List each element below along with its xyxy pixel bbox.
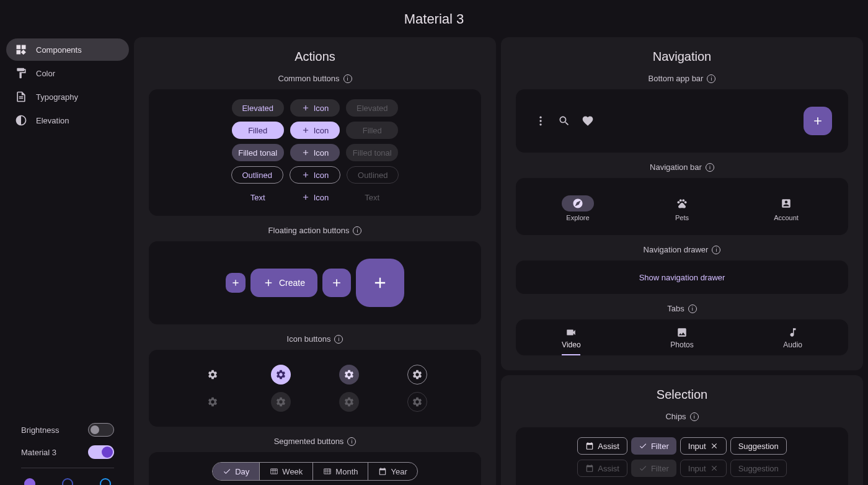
plus-icon (301, 126, 310, 135)
bottom-bar-fab[interactable] (804, 107, 832, 135)
icon-button-standard[interactable] (203, 365, 223, 385)
sidebar: Components Color Typography Elevation Br… (5, 37, 129, 485)
sidebar-item-label: Color (36, 69, 55, 78)
plus-icon (812, 115, 824, 127)
material3-label: Material 3 (21, 448, 56, 457)
sidebar-item-label: Elevation (36, 116, 69, 125)
icon-button-filled[interactable] (271, 365, 291, 385)
info-icon[interactable]: i (690, 412, 699, 421)
brightness-switch[interactable] (88, 423, 114, 437)
fab-small[interactable] (226, 273, 246, 293)
gear-icon (207, 369, 218, 380)
invert-colors-icon (15, 114, 27, 127)
color-swatch-indigo[interactable] (62, 478, 73, 485)
material3-switch[interactable] (88, 445, 114, 459)
info-icon[interactable]: i (334, 335, 343, 344)
plus-icon (263, 277, 274, 288)
filled-disabled-button: Filled (346, 122, 398, 139)
nav-dest-label: Account (774, 214, 799, 221)
chip-input[interactable]: Input (680, 437, 727, 455)
tonal-button[interactable]: Filled tonal (232, 144, 284, 161)
elevated-icon-button[interactable]: Icon (290, 99, 340, 117)
bottom-bar-label: Bottom app bar i (516, 74, 848, 83)
info-icon[interactable]: i (707, 74, 715, 83)
chip-suggestion[interactable]: Suggestion (730, 437, 787, 455)
text-snippet-icon (15, 91, 27, 103)
color-picker (21, 478, 114, 485)
plus-icon (301, 171, 310, 179)
plus-icon (301, 148, 310, 157)
sidebar-item-components[interactable]: Components (6, 38, 129, 61)
icon-button-outlined[interactable] (407, 365, 427, 385)
tab-audio[interactable]: Audio (737, 319, 848, 355)
icon-button-filled-disabled (271, 392, 291, 412)
nav-dest-account[interactable]: Account (770, 195, 802, 221)
segmented-label: Segmented buttons i (149, 437, 481, 446)
info-icon[interactable]: i (688, 305, 697, 313)
chips-label: Chips i (516, 412, 848, 421)
tab-label: Photos (670, 340, 693, 349)
calendar-week-icon (270, 467, 278, 476)
event-icon (585, 464, 594, 473)
search-icon[interactable] (556, 112, 573, 130)
seg-day[interactable]: Day (213, 463, 260, 480)
elevated-button[interactable]: Elevated (232, 99, 284, 117)
info-icon[interactable]: i (343, 74, 352, 83)
nav-dest-label: Pets (675, 214, 689, 221)
nav-bar-label: Navigation bar i (516, 162, 848, 172)
elevated-disabled-button: Elevated (346, 99, 398, 117)
info-icon[interactable]: i (712, 246, 720, 254)
text-button[interactable]: Text (232, 189, 284, 206)
seg-month[interactable]: Month (313, 463, 368, 480)
chip-assist[interactable]: Assist (577, 437, 627, 455)
info-icon[interactable]: i (706, 163, 714, 172)
plus-icon (231, 278, 241, 288)
more-vert-icon[interactable] (532, 112, 549, 130)
icon-button-tonal[interactable] (339, 365, 359, 385)
outlined-icon-button[interactable]: Icon (290, 166, 341, 184)
tab-video[interactable]: Video (516, 319, 627, 355)
info-icon[interactable]: i (353, 226, 361, 235)
favorite-icon[interactable] (579, 112, 596, 130)
sidebar-item-color[interactable]: Color (6, 62, 129, 84)
close-icon[interactable] (710, 442, 719, 450)
seg-year[interactable]: Year (368, 463, 417, 480)
plus-icon (371, 274, 389, 291)
event-icon (585, 442, 594, 450)
seg-week[interactable]: Week (260, 463, 313, 480)
check-icon (639, 464, 647, 473)
svg-point-5 (682, 199, 684, 202)
chip-assist-disabled: Assist (577, 460, 627, 477)
sidebar-item-label: Components (36, 45, 82, 55)
tab-photos[interactable]: Photos (627, 319, 738, 355)
info-icon[interactable]: i (347, 437, 356, 446)
outlined-button[interactable]: Outlined (231, 166, 283, 184)
calendar-icon (378, 467, 387, 476)
text-icon-button[interactable]: Icon (290, 189, 340, 206)
tonal-disabled-button: Filled tonal (346, 144, 398, 161)
svg-point-0 (539, 117, 541, 118)
tab-indicator (562, 354, 580, 355)
color-swatch-blue[interactable] (100, 478, 111, 485)
fab-extended[interactable]: Create (250, 269, 317, 297)
nav-dest-pets[interactable]: Pets (666, 195, 698, 221)
sidebar-item-label: Typography (36, 92, 78, 102)
photo-icon (676, 327, 688, 338)
svg-point-2 (539, 123, 541, 125)
gear-icon (412, 369, 423, 380)
filled-button[interactable]: Filled (232, 122, 284, 139)
chip-filter[interactable]: Filter (631, 437, 676, 455)
tabs-label: Tabs i (516, 304, 848, 313)
nav-dest-explore[interactable]: Explore (562, 195, 594, 221)
gear-icon (412, 396, 423, 407)
tonal-icon-button[interactable]: Icon (290, 144, 340, 161)
sidebar-item-elevation[interactable]: Elevation (6, 109, 129, 131)
fab-medium[interactable] (322, 269, 351, 297)
fab-large[interactable] (356, 259, 404, 307)
filled-icon-button[interactable]: Icon (290, 122, 340, 139)
sidebar-item-typography[interactable]: Typography (6, 86, 129, 108)
tab-label: Audio (783, 340, 802, 349)
show-drawer-button[interactable]: Show navigation drawer (520, 264, 844, 290)
color-swatch-purple[interactable] (24, 478, 35, 485)
tab-label: Video (562, 340, 580, 349)
